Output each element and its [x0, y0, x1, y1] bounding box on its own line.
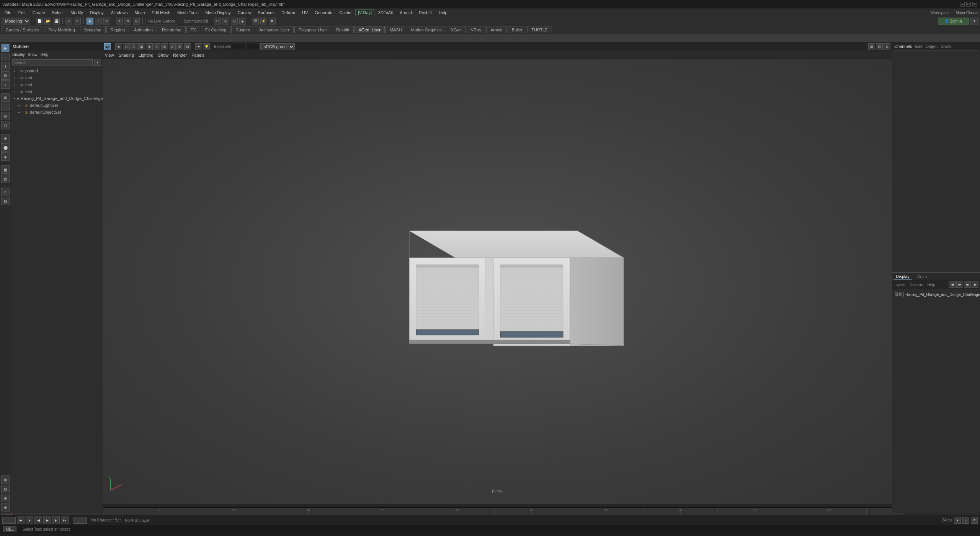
camera-btn-3[interactable]: ⊟ [231, 18, 238, 25]
menu-edit-mesh[interactable]: Edit Mesh [149, 10, 173, 16]
menu-windows[interactable]: Windows [108, 10, 131, 16]
exposure-input[interactable]: 0.00 [232, 44, 245, 49]
channel-box-btn[interactable]: ≡ [1, 188, 10, 196]
bottom-tool-2[interactable]: ⊟ [1, 485, 10, 493]
display-tab[interactable]: Display [893, 273, 912, 280]
bottom-tool-3[interactable]: ⊕ [1, 494, 10, 502]
settings-btn[interactable]: ▾ [970, 18, 978, 25]
play-btn[interactable]: ▶ [43, 516, 51, 524]
vp-light-2[interactable]: 💡 [203, 43, 210, 50]
step-back-btn[interactable]: ⏴ [26, 516, 33, 524]
tab-bullet[interactable]: Bullet [508, 26, 527, 33]
render-view-btn[interactable]: 🎬 [252, 18, 259, 25]
ipr-render-btn[interactable]: ▤ [1, 175, 10, 183]
menu-surfaces[interactable]: Surfaces [255, 10, 278, 16]
tab-poly-modeling[interactable]: Poly Modeling [44, 26, 79, 33]
ff-btn[interactable]: ⏭ [61, 516, 69, 524]
rewind-btn[interactable]: ⏮ [17, 516, 24, 524]
breakdown-btn[interactable]: ◈ [1, 152, 10, 161]
close-button[interactable]: ✕ [972, 2, 977, 7]
sound-btn[interactable]: ♪ [962, 517, 969, 524]
show-label[interactable]: Show [941, 44, 951, 49]
outliner-item-test3[interactable]: ▸ ⊡ test [11, 88, 103, 95]
tab-curves-surfaces[interactable]: Curves / Surfaces [2, 26, 43, 33]
mode-dropdown[interactable]: Modeling [2, 18, 30, 25]
tab-animation[interactable]: Animation [130, 26, 157, 33]
tab-rigging[interactable]: Rigging [106, 26, 129, 33]
vp-shading-5[interactable]: ◈ [146, 43, 153, 50]
select-tool-btn[interactable]: ▶ [87, 18, 93, 25]
anim-tab[interactable]: Anim [915, 273, 929, 279]
outliner-search-btn[interactable]: ▾ [94, 59, 101, 66]
vertex-mode-btn[interactable]: · [1, 53, 10, 61]
vp-shading-9[interactable]: ⊞ [176, 43, 183, 50]
menu-help[interactable]: Help [436, 10, 451, 16]
mel-python-toggle[interactable]: MEL [3, 526, 16, 532]
menu-create[interactable]: Create [29, 10, 48, 16]
outliner-item-test2[interactable]: ▸ ⊡ test [11, 81, 103, 88]
tab-xgen-user[interactable]: XGen_User [354, 26, 385, 33]
outliner-menu-display[interactable]: Display [12, 52, 25, 57]
snap-grid-btn[interactable]: ⊞ [1, 93, 10, 102]
select-mode-btn[interactable]: ▶ [1, 44, 10, 52]
tab-turtle[interactable]: TURTLE [527, 26, 552, 33]
edge-mode-btn[interactable]: ⌇ [1, 62, 10, 70]
menu-3dtoall[interactable]: 3DToAll [375, 10, 396, 16]
layer-color-swatch[interactable] [903, 292, 904, 297]
tab-polygons-user[interactable]: Polygons_User [294, 26, 332, 33]
play-back-btn[interactable]: ◀ [34, 516, 42, 524]
tab-arnold[interactable]: Arnold [486, 26, 507, 33]
vp-icon-c[interactable]: ⊕ [884, 43, 890, 50]
save-btn[interactable]: 💾 [53, 18, 60, 25]
fps-settings-btn[interactable]: ▾ [954, 517, 961, 524]
vp-menu-view[interactable]: View [105, 53, 114, 57]
range-start-control[interactable]: 1 [2, 517, 16, 524]
gamma-mode-select[interactable]: sRGB gamma [260, 43, 295, 50]
camera-btn-4[interactable]: ◈ [239, 18, 246, 25]
rotate-btn[interactable]: ↻ [124, 18, 131, 25]
menu-arnold[interactable]: Arnold [397, 10, 415, 16]
tab-custom[interactable]: Custom [231, 26, 254, 33]
redo-btn[interactable]: ↪ [74, 18, 81, 25]
vp-shading-10[interactable]: ⊟ [184, 43, 191, 50]
key-all-btn[interactable]: ⬤ [1, 143, 10, 152]
pause-btn[interactable]: ⏸ [269, 18, 276, 25]
outliner-item-pasted[interactable]: ▸ ⊡ pasted [11, 67, 103, 74]
menu-generate[interactable]: Generate [312, 10, 335, 16]
vp-shading-3[interactable]: ⊡ [131, 43, 137, 50]
scale-btn[interactable]: ⊞ [133, 18, 140, 25]
vp-shading-4[interactable]: ▦ [138, 43, 145, 50]
tab-fit-caching[interactable]: Fit Caching [201, 26, 231, 33]
outliner-item-garage[interactable]: ▾ ◈ Racing_Pit_Garage_and_Dodge_Challeng… [11, 95, 103, 102]
menu-mesh-display[interactable]: Mesh Display [203, 10, 234, 16]
menu-file[interactable]: File [2, 10, 15, 16]
vp-menu-render[interactable]: Render [173, 53, 187, 57]
edit-label[interactable]: Edit [915, 44, 922, 49]
options-label[interactable]: Options [910, 283, 923, 287]
vp-menu-lighting[interactable]: Lighting [139, 53, 154, 57]
tab-rendering[interactable]: Rendering [158, 26, 186, 33]
vp-light-1[interactable]: ☀ [195, 43, 202, 50]
vp-menu-shading[interactable]: Shading [119, 53, 134, 57]
outliner-search-input[interactable] [12, 59, 93, 65]
camera-btn-2[interactable]: ⊞ [222, 18, 229, 25]
help-label[interactable]: Help [927, 283, 935, 287]
tab-reshift[interactable]: Reshift [332, 26, 353, 33]
tab-sculpting[interactable]: Sculpting [80, 26, 106, 33]
window-controls[interactable]: – □ ✕ [960, 2, 977, 7]
layer-row-garage[interactable]: V P Racing_Pit_Garage_and_Dodge_Challeng… [893, 290, 978, 299]
vp-shading-7[interactable]: ◎ [161, 43, 168, 50]
tab-fx[interactable]: FX [186, 26, 200, 33]
outliner-menu-help[interactable]: Help [41, 52, 49, 57]
layer-rewind-btn[interactable]: ⏮ [956, 281, 963, 288]
menu-mesh-tools[interactable]: Mesh Tools [174, 10, 201, 16]
gamma-input[interactable]: 1.00 [246, 44, 260, 49]
bottom-tool-4[interactable]: ⊗ [1, 503, 10, 511]
camera-btn-1[interactable]: □ [214, 18, 221, 25]
history-btn[interactable]: ⊕ [1, 134, 10, 142]
menu-cache[interactable]: Cache [336, 10, 354, 16]
outliner-item-test1[interactable]: ▸ ⊡ test [11, 74, 103, 81]
vp-icon-b[interactable]: ⊟ [876, 43, 883, 50]
vp-cam-btn[interactable]: 📷 [104, 43, 111, 50]
minimize-button[interactable]: – [960, 2, 965, 7]
